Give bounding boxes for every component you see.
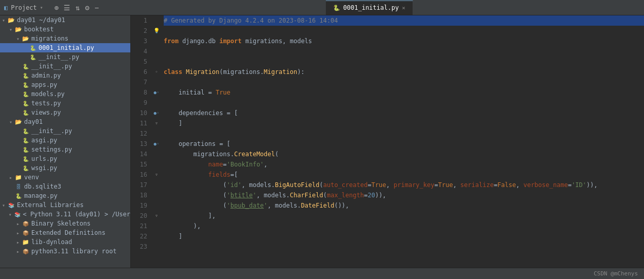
project-label: Project: [11, 4, 37, 11]
code-line-2: [164, 26, 644, 36]
sidebar-item-day01[interactable]: 📂day01: [0, 117, 130, 126]
code-line-1: # Generated by Django 4.2.4 on 2023-08-1…: [164, 15, 644, 26]
code-line-19: ('bpub_date', models.DateField()),: [164, 200, 644, 211]
code-line-20: ],: [164, 211, 644, 221]
sidebar-item-label-lib-dynload: lib-dynload: [31, 238, 72, 246]
sidebar-item-label-0001_initial: 0001_initial.py: [38, 44, 94, 51]
sidebar-item-python311-lib[interactable]: 📦python3.11 library root: [0, 247, 130, 256]
code-line-3: from django.db import migrations, models: [164, 36, 644, 46]
line-num-19: 19: [135, 200, 147, 211]
minus-icon[interactable]: −: [94, 4, 99, 12]
sidebar-item-asgi[interactable]: 🐍asgi.py: [0, 136, 130, 145]
project-icon: ◧: [4, 4, 8, 11]
sidebar-item-admin[interactable]: 🐍admin.py: [0, 71, 130, 80]
line-num-15: 15: [135, 159, 147, 170]
sidebar-item-venv[interactable]: 📁venv: [0, 173, 130, 182]
sidebar-item-python311[interactable]: 📚< Python 3.11 (day01) > /User: [0, 210, 130, 219]
line-num-22: 22: [135, 231, 147, 241]
sidebar-item-ext-libs[interactable]: 📚External Libraries: [0, 200, 130, 210]
sidebar-item-booktest[interactable]: 📂booktest: [0, 25, 130, 34]
sidebar-item-day01-root[interactable]: 📂day01 ~/day01: [0, 15, 130, 25]
code-line-10: dependencies = [: [164, 108, 644, 118]
sidebar-item-label-wsgi: wsgi.py: [31, 164, 57, 172]
sidebar-item-0001_initial[interactable]: 🐍0001_initial.py: [0, 43, 130, 52]
tab-close-button[interactable]: ×: [402, 5, 405, 11]
line-num-4: 4: [135, 46, 147, 57]
code-line-4: [164, 46, 644, 57]
gutter: 💡 ◦ ●◦ ●◦ ▿ ●◦ ▿ ▿: [151, 15, 162, 268]
tab-filename: 0001_initial.py: [343, 4, 399, 11]
sidebar-item-label-__init__day01: __init__.py: [31, 127, 72, 135]
sidebar-item-label-tests: tests.py: [31, 100, 61, 107]
sidebar-item-extended-defs[interactable]: 📦Extended Definitions: [0, 228, 130, 237]
gutter-5: [151, 57, 162, 67]
sidebar-item-__init__booktest[interactable]: 🐍__init__.py: [0, 62, 130, 71]
code-line-16: fields=[: [164, 170, 644, 180]
sidebar-item-wsgi[interactable]: 🐍wsgi.py: [0, 163, 130, 173]
line-num-14: 14: [135, 149, 147, 159]
line-num-23: 23: [135, 241, 147, 252]
code-line-15: name='BookInfo',: [164, 159, 644, 170]
gutter-6: ◦: [151, 67, 162, 77]
code-line-9: [164, 98, 644, 108]
sidebar-item-label-__init__migrations: __init__.py: [38, 53, 79, 61]
line-num-21: 21: [135, 221, 147, 231]
sidebar-item-apps[interactable]: 🐍apps.py: [0, 80, 130, 89]
line-num-2: 2: [135, 26, 147, 36]
sidebar-item-db[interactable]: 🗄db.sqlite3: [0, 182, 130, 191]
sidebar-item-tests[interactable]: 🐍tests.py: [0, 99, 130, 108]
line-num-6: 6: [135, 67, 147, 77]
sidebar-item-manage[interactable]: 🐍manage.py: [0, 191, 130, 200]
active-tab[interactable]: 🐍 0001_initial.py ×: [326, 1, 413, 15]
sidebar-item-label-ext-libs: External Libraries: [17, 201, 84, 209]
line-num-17: 17: [135, 180, 147, 190]
gutter-4: [151, 46, 162, 57]
sidebar-item-models[interactable]: 🐍models.py: [0, 89, 130, 99]
title-bar-left: ◧ Project ▾ ⊕ ☰ ⇅ ⚙ −: [4, 4, 99, 12]
gear-icon[interactable]: ⚙: [85, 4, 89, 12]
code-line-22: ]: [164, 231, 644, 241]
sidebar-item-label-urls: urls.py: [31, 155, 57, 162]
tab-bar: 🐍 0001_initial.py ×: [99, 1, 640, 15]
sidebar-item-label-settings: settings.py: [31, 146, 72, 153]
list-icon[interactable]: ☰: [64, 4, 70, 12]
sidebar-item-views[interactable]: 🐍views.py: [0, 108, 130, 117]
sidebar-item-label-venv: venv: [24, 174, 39, 181]
sidebar-item-label-manage: manage.py: [24, 192, 57, 199]
line-num-12: 12: [135, 128, 147, 139]
sidebar-item-label-admin: admin.py: [31, 72, 61, 79]
line-num-3: 3: [135, 36, 147, 46]
sidebar-item-binary-skeletons[interactable]: 📦Binary Skeletons: [0, 219, 130, 228]
line-num-10: 10: [135, 108, 147, 118]
sidebar-item-label-day01: day01: [24, 118, 43, 125]
sidebar-item-migrations[interactable]: 📂migrations: [0, 34, 130, 43]
sidebar-item-urls[interactable]: 🐍urls.py: [0, 154, 130, 163]
filter-icon[interactable]: ⇅: [75, 4, 80, 12]
editor[interactable]: 1 2 3 4 5 6 7 8 9 10 11 12 13 14 15 16 1…: [131, 15, 644, 268]
project-dropdown-arrow[interactable]: ▾: [40, 5, 43, 10]
gutter-13: ●◦: [151, 139, 162, 149]
gutter-2: 💡: [151, 26, 162, 36]
sidebar-item-lib-dynload[interactable]: 📁lib-dynload: [0, 237, 130, 247]
sidebar-item-__init__day01[interactable]: 🐍__init__.py: [0, 126, 130, 136]
gutter-19: [151, 200, 162, 211]
gutter-16: ▿: [151, 170, 162, 180]
status-bar: CSDN @mChenys: [0, 268, 644, 279]
sidebar-item-label-__init__booktest: __init__.py: [31, 63, 72, 70]
globe-icon[interactable]: ⊕: [54, 4, 58, 12]
gutter-9: [151, 98, 162, 108]
gutter-15: [151, 159, 162, 170]
sidebar-item-label-apps: apps.py: [31, 81, 57, 88]
sidebar-item-settings[interactable]: 🐍settings.py: [0, 145, 130, 154]
toolbar-icons: ⊕ ☰ ⇅ ⚙ −: [54, 4, 99, 12]
sidebar-item-label-extended-defs: Extended Definitions: [31, 229, 106, 236]
gutter-12: [151, 128, 162, 139]
main-area: 📂day01 ~/day01📂booktest📂migrations🐍0001_…: [0, 15, 644, 268]
sidebar-item-__init__migrations[interactable]: 🐍__init__.py: [0, 52, 130, 62]
code-lines[interactable]: # Generated by Django 4.2.4 on 2023-08-1…: [162, 15, 644, 268]
sidebar-item-label-day01-root: day01 ~/day01: [17, 16, 65, 24]
sidebar-item-label-python311: < Python 3.11 (day01) > /User: [23, 211, 130, 218]
code-line-21: ),: [164, 221, 644, 231]
gutter-11: ▿: [151, 118, 162, 128]
gutter-21: [151, 221, 162, 231]
